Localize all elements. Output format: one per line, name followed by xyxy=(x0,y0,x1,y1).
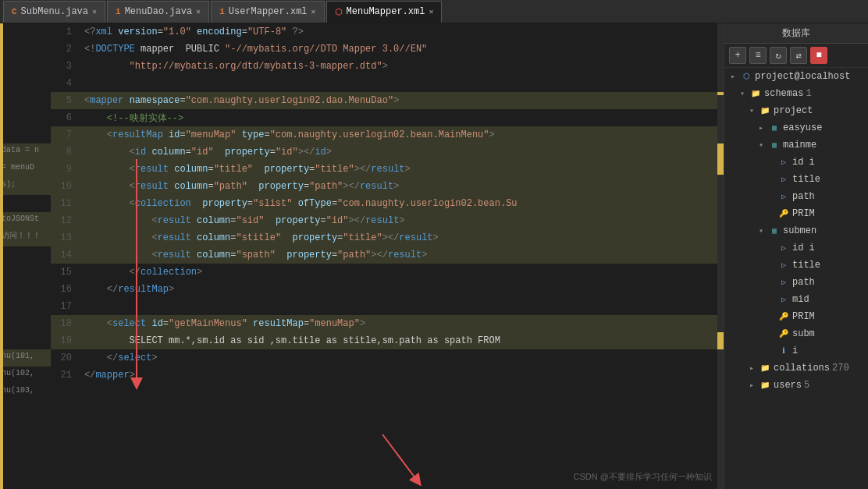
field-icon: ▷ xyxy=(777,243,790,253)
tree-key-prim2[interactable]: 🔑 PRIM xyxy=(724,308,868,325)
folder-icon: 📁 xyxy=(759,363,771,374)
field-icon: ▷ xyxy=(777,174,790,185)
tree-item-mainme[interactable]: ▾ ▦ mainme xyxy=(724,136,868,154)
sync-btn[interactable]: ⇄ xyxy=(790,47,807,64)
tree-root[interactable]: ▸ ⬡ project@localhost xyxy=(724,68,868,85)
code-text: <select id="getMainMenus" resultMap="men… xyxy=(78,318,365,329)
scrollbar-track[interactable] xyxy=(717,23,724,489)
code-line: 4 xyxy=(51,75,724,92)
tree-label: path xyxy=(792,191,815,202)
line-number: 11 xyxy=(51,198,78,209)
code-text: </collection> xyxy=(78,267,202,278)
tree-label: id i xyxy=(792,157,815,168)
line-number: 3 xyxy=(51,61,78,72)
tree-key-subm[interactable]: 🔑 subm xyxy=(724,325,868,342)
tree-item-schemas[interactable]: ▾ 📁 schemas 1 xyxy=(724,85,868,102)
tree-label: users xyxy=(774,380,802,391)
refresh-btn[interactable]: ↻ xyxy=(770,47,787,64)
tree-field-path2[interactable]: ▷ path xyxy=(724,274,868,291)
tree-field-id[interactable]: ▷ id i xyxy=(724,154,868,171)
tab-menudao-java[interactable]: i MenuDao.java ✕ xyxy=(107,1,209,23)
tree-item-project[interactable]: ▾ 📁 project xyxy=(724,102,868,119)
line-number: 10 xyxy=(51,181,78,192)
tab-close-btn[interactable]: ✕ xyxy=(311,7,316,16)
tree-item-easyuse[interactable]: ▸ ▦ easyuse xyxy=(724,119,868,136)
tree-label: subm xyxy=(792,328,815,339)
tree-item-users[interactable]: ▸ 📁 users 5 xyxy=(724,377,868,394)
tab-label: MenuDao.java xyxy=(125,6,192,17)
tree-label: collations xyxy=(774,363,830,374)
code-line: 18 <select id="getMainMenus" resultMap="… xyxy=(51,315,724,332)
field-icon: ▷ xyxy=(777,157,790,168)
code-text: <result column="spath" property="path"><… xyxy=(78,250,427,260)
chevron-right-icon: ▸ xyxy=(759,123,768,133)
tree-label: id i xyxy=(792,243,815,253)
tab-close-btn[interactable]: ✕ xyxy=(92,7,97,16)
line-number: 15 xyxy=(51,267,78,278)
code-text: <result column="title" property="title">… xyxy=(78,164,411,175)
stop-btn[interactable]: ■ xyxy=(810,47,827,64)
tree-count: 270 xyxy=(832,363,849,374)
filter-btn[interactable]: ≡ xyxy=(749,47,767,64)
tree-label: project xyxy=(774,105,813,116)
line-number: 1 xyxy=(51,27,78,37)
code-line: 3 "http://mybatis.org/dtd/mybatis-3-mapp… xyxy=(51,58,724,75)
chevron-right-icon: ▸ xyxy=(749,381,759,390)
tab-menumapper-xml[interactable]: ⬡ MenuMapper.xml ✕ xyxy=(326,1,443,23)
tab-close-btn[interactable]: ✕ xyxy=(429,7,433,16)
tree-item-submen[interactable]: ▾ ▦ submen xyxy=(724,222,868,239)
tree-field-id2[interactable]: ▷ id i xyxy=(724,239,868,257)
code-line: 20 </select> xyxy=(51,349,724,367)
tree-label: mainme xyxy=(783,140,816,151)
line-number: 19 xyxy=(51,335,78,346)
tree-label: mid xyxy=(792,294,809,305)
sidebar-title: 数据库 xyxy=(782,28,810,39)
code-text: <id column="id" property="id"></id> xyxy=(78,147,332,158)
field-icon: ▷ xyxy=(777,277,790,288)
code-line: 16 </resultMap> xyxy=(51,281,724,298)
chevron-down-icon: ▾ xyxy=(740,89,749,98)
add-btn[interactable]: + xyxy=(729,47,746,64)
tree-info[interactable]: ℹ i xyxy=(724,342,868,360)
folder-icon: 📁 xyxy=(749,88,762,99)
line-number: 8 xyxy=(51,147,78,158)
code-line: 7 <resultMap id="menuMap" type="com.naug… xyxy=(51,126,724,144)
code-line: 17 xyxy=(51,298,724,315)
tree-label: schemas xyxy=(764,88,803,99)
code-text: <?xml version="1.0" encoding="UTF-8" ?> xyxy=(78,27,304,37)
code-text: <result column="stitle" property="title"… xyxy=(78,232,439,243)
tree-field-title2[interactable]: ▷ title xyxy=(724,257,868,274)
tree-label: PRIM xyxy=(792,311,815,322)
code-line: 11 <collection property="slist" ofType="… xyxy=(51,195,724,212)
watermark-text: CSDN @不要排斥学习任何一种知识 xyxy=(574,472,712,481)
code-line: 14 <result column="spath" property="path… xyxy=(51,246,724,264)
folder-icon: 📁 xyxy=(759,105,771,116)
code-text: </resultMap> xyxy=(78,284,174,295)
right-sidebar: 数据库 + ≡ ↻ ⇄ ■ ▸ ⬡ project@localhost ▾ 📁 … xyxy=(724,23,868,489)
tree-item-collations[interactable]: ▸ 📁 collations 270 xyxy=(724,360,868,377)
code-text: </select> xyxy=(78,353,158,363)
tree-key-prim[interactable]: 🔑 PRIM xyxy=(724,205,868,222)
tab-usermapper-xml[interactable]: i UserMapper.xml ✕ xyxy=(211,1,324,23)
tree-field-title[interactable]: ▷ title xyxy=(724,171,868,188)
tab-label: UserMapper.xml xyxy=(229,6,308,17)
tree-field-path[interactable]: ▷ path xyxy=(724,188,868,205)
tab-close-btn[interactable]: ✕ xyxy=(196,7,201,16)
code-line: 15 </collection> xyxy=(51,264,724,281)
table-icon: ▦ xyxy=(768,122,781,133)
folder-icon: 📁 xyxy=(759,380,771,391)
tab-submenu-java[interactable]: C SubMenu.java ✕ xyxy=(3,1,105,23)
code-editor[interactable]: data = n = menuD s); toJSONSt 访问！！！ 1 <? xyxy=(0,23,724,489)
tree-area[interactable]: ▸ ⬡ project@localhost ▾ 📁 schemas 1 ▾ 📁 … xyxy=(724,68,868,489)
tree-label: title xyxy=(792,174,820,185)
line-number: 12 xyxy=(51,215,78,226)
line-number: 5 xyxy=(51,95,78,106)
java-icon: i xyxy=(116,7,121,16)
tree-field-mid[interactable]: ▷ mid xyxy=(724,291,868,308)
key-icon: 🔑 xyxy=(777,311,790,322)
code-line: 5 <mapper namespace="com.naughty.userlog… xyxy=(51,92,724,109)
code-line: 10 <result column="path" property="path"… xyxy=(51,178,724,195)
tree-label: submen xyxy=(783,225,816,236)
line-number: 14 xyxy=(51,250,78,260)
code-text: <collection property="slist" ofType="com… xyxy=(78,198,518,209)
